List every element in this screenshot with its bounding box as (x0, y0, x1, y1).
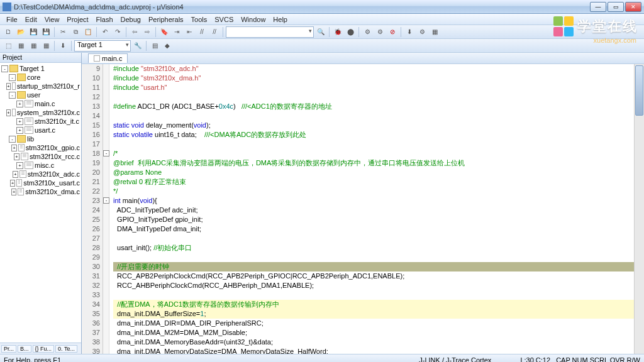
new-file-icon[interactable]: 🗋 (3, 26, 14, 38)
tree-item[interactable]: +main.c (1, 99, 80, 108)
vertical-scrollbar[interactable] (634, 64, 644, 354)
tree-item[interactable]: +stm32f10x_it.c (1, 117, 80, 126)
tree-item[interactable]: -Target 1 (1, 64, 80, 73)
file-icon (94, 55, 100, 62)
project-tab[interactable]: 0. Te... (55, 345, 77, 353)
close-button[interactable]: ✕ (625, 2, 641, 12)
menu-svcs[interactable]: SVCS (211, 16, 237, 23)
window-title: D:\TestCode\DMA\dma_adc\dma_adc.uvproj -… (14, 3, 590, 11)
menu-window[interactable]: Window (237, 16, 269, 23)
tree-item[interactable]: +stm32f10x_gpio.c (1, 143, 80, 152)
tree-item[interactable]: -lib (1, 134, 80, 143)
bookmark-icon[interactable]: 🔖 (158, 26, 170, 38)
tree-item[interactable]: -core (1, 73, 80, 82)
project-tabs[interactable]: Pr...B...{} Fu...0. Te... (0, 343, 81, 354)
menu-project[interactable]: Project (63, 16, 92, 23)
editor-tab-main[interactable]: main.c (88, 53, 128, 63)
copy-icon[interactable]: ⧉ (70, 26, 81, 38)
tree-item[interactable]: +stm32f10x_dma.c (1, 187, 80, 196)
comment-icon[interactable]: // (196, 26, 208, 38)
options-icon[interactable]: ⚙ (416, 26, 428, 38)
tree-item[interactable]: +stm32f10x_adc.c (1, 170, 80, 178)
manage-components-icon[interactable]: ▤ (149, 40, 160, 52)
build-icon[interactable]: ⚙ (362, 26, 373, 38)
project-tab[interactable]: B... (18, 345, 31, 353)
rebuild-all-icon[interactable]: ▦ (28, 40, 39, 52)
fold-column[interactable] (103, 64, 109, 354)
menu-bar: FileEditViewProjectFlashDebugPeripherals… (0, 14, 644, 25)
breakpoint-icon[interactable]: ⬤ (345, 26, 356, 38)
editor-tab-label: main.c (102, 55, 122, 62)
menu-view[interactable]: View (41, 16, 64, 23)
toolbar-standard: 🗋 📂 💾 💾 ✂ ⧉ 📋 ↶ ↷ ⇦ ⇨ 🔖 ⇥ ⇤ // // 🔍 🐞 ⬤ … (0, 25, 644, 39)
app-icon (3, 3, 11, 11)
code-lines[interactable]: #include "stm32f10x_adc.h"#include "stm3… (109, 64, 634, 354)
nav-back-icon[interactable]: ⇦ (129, 26, 140, 38)
stop-icon[interactable]: ⊘ (387, 26, 398, 38)
line-gutter: 9101112131415161718192021222324252627282… (82, 64, 103, 354)
tree-item[interactable]: +misc.c (1, 161, 80, 170)
load-icon[interactable]: ⬇ (57, 40, 69, 52)
status-help: For Help, press F1 (4, 356, 419, 363)
debug-icon[interactable]: 🐞 (332, 26, 343, 38)
manage-rte-icon[interactable]: ◆ (162, 40, 173, 52)
menu-help[interactable]: Help (269, 16, 291, 23)
project-panel: Project -Target 1-core+startup_stm32f10x… (0, 53, 82, 354)
target-options-icon[interactable]: 🔧 (132, 40, 143, 52)
tree-item[interactable]: +usart.c (1, 126, 80, 134)
nav-fwd-icon[interactable]: ⇨ (142, 26, 153, 38)
indent-icon[interactable]: ⇥ (171, 26, 182, 38)
menu-peripherals[interactable]: Peripherals (145, 16, 187, 23)
find-combo[interactable] (226, 26, 314, 38)
menu-debug[interactable]: Debug (117, 16, 145, 23)
redo-icon[interactable]: ↷ (112, 26, 123, 38)
cut-icon[interactable]: ✂ (57, 26, 69, 38)
tree-item[interactable]: +stm32f10x_rcc.c (1, 152, 80, 161)
tree-item[interactable]: +system_stm32f10x.c (1, 108, 80, 117)
menu-tools[interactable]: Tools (187, 16, 211, 23)
title-bar: D:\TestCode\DMA\dma_adc\dma_adc.uvproj -… (0, 0, 644, 14)
toolbar-build: ⬚ ▦ ▦ ▦ ⬇ Target 1 🔧 ▤ ◆ (0, 39, 644, 53)
minimize-button[interactable]: — (590, 2, 606, 12)
scroll-thumb[interactable] (635, 65, 643, 116)
outdent-icon[interactable]: ⇤ (184, 26, 195, 38)
tree-item[interactable]: -user (1, 90, 80, 99)
status-caps: CAP NUM SCRL OVR R/W (556, 356, 640, 363)
open-file-icon[interactable]: 📂 (15, 26, 26, 38)
project-tree[interactable]: -Target 1-core+startup_stm32f10x_r-user+… (0, 63, 81, 343)
menu-file[interactable]: File (3, 16, 21, 23)
project-panel-header: Project (0, 53, 81, 63)
rebuild-icon[interactable]: ⚙ (374, 26, 386, 38)
build-target-icon[interactable]: ▦ (15, 40, 26, 52)
translate-icon[interactable]: ⬚ (3, 40, 14, 52)
project-tab[interactable]: {} Fu... (33, 345, 55, 353)
project-tab[interactable]: Pr... (1, 345, 16, 353)
menu-edit[interactable]: Edit (21, 16, 41, 23)
editor-area: main.c 910111213141516171819202122232425… (82, 53, 644, 354)
editor-tabstrip: main.c (82, 53, 644, 64)
code-editor[interactable]: 9101112131415161718192021222324252627282… (82, 64, 644, 354)
tree-item[interactable]: +stm32f10x_usart.c (1, 178, 80, 187)
uncomment-icon[interactable]: // (209, 26, 220, 38)
save-all-icon[interactable]: 💾 (40, 26, 52, 38)
maximize-button[interactable]: ▭ (608, 2, 624, 12)
status-cursor-pos: L:30 C:12 (520, 356, 550, 363)
tree-item[interactable]: +startup_stm32f10x_r (1, 82, 80, 90)
save-icon[interactable]: 💾 (28, 26, 39, 38)
find-icon[interactable]: 🔍 (315, 26, 326, 38)
paste-icon[interactable]: 📋 (82, 26, 94, 38)
target-select[interactable]: Target 1 (74, 40, 131, 52)
status-bar: For Help, press F1 J-LINK / J-Trace Cort… (0, 354, 644, 362)
status-debugger: J-LINK / J-Trace Cortex (419, 356, 491, 363)
batch-build-icon[interactable]: ▦ (40, 40, 52, 52)
manage-icon[interactable]: ▦ (429, 26, 440, 38)
undo-icon[interactable]: ↶ (99, 26, 111, 38)
menu-flash[interactable]: Flash (92, 16, 117, 23)
download-icon[interactable]: ⬇ (404, 26, 415, 38)
